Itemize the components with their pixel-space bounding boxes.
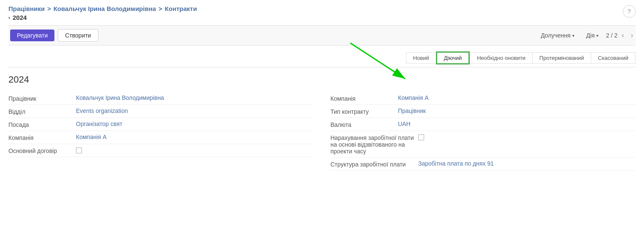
status-needs-update[interactable]: Необхідно оновити bbox=[470, 52, 532, 64]
field-value-currency[interactable]: UAH bbox=[398, 121, 636, 127]
pagination: 2 / 2 ‹ › bbox=[606, 31, 636, 40]
pagination-text: 2 / 2 bbox=[606, 32, 617, 39]
field-value-company-right[interactable]: Компанія А bbox=[398, 94, 636, 101]
status-active[interactable]: Діючий bbox=[436, 51, 470, 64]
action-label: Дія bbox=[586, 32, 595, 39]
prev-page-button[interactable]: ‹ bbox=[619, 31, 626, 40]
attach-label: Долучення bbox=[541, 32, 570, 39]
field-value-employee[interactable]: Ковальчук Ірина Володимирівна bbox=[76, 94, 314, 101]
status-bar: Новий Діючий Необхідно оновити Протермін… bbox=[8, 49, 636, 67]
attach-caret-icon: ▾ bbox=[572, 33, 574, 38]
field-label-contract-type: Тип контракту bbox=[330, 107, 398, 115]
action-caret-icon: ▾ bbox=[596, 33, 598, 38]
field-company-right: Компанія Компанія А bbox=[330, 92, 636, 105]
breadcrumb-person[interactable]: Ковальчук Ірина Володимирівна bbox=[54, 5, 156, 12]
create-button[interactable]: Створити bbox=[58, 29, 98, 42]
field-main-contract: Основний договір bbox=[8, 144, 314, 157]
field-contract-type: Тип контракту Працівник bbox=[330, 105, 636, 118]
action-dropdown[interactable]: Дія ▾ bbox=[582, 29, 603, 41]
field-wage-structure: Структура заробітної плати Заробітна пла… bbox=[330, 158, 636, 171]
field-timesheet-wage: Нарахування заробітної плати на основі в… bbox=[330, 131, 636, 158]
timesheet-wage-checkbox[interactable] bbox=[418, 134, 424, 140]
main-contract-checkbox[interactable] bbox=[76, 147, 82, 153]
field-currency: Валюта UAH bbox=[330, 118, 636, 131]
field-label-position: Посада bbox=[8, 121, 76, 128]
next-page-button[interactable]: › bbox=[628, 31, 636, 40]
year-header[interactable]: › 2024 bbox=[8, 14, 636, 21]
field-label-company-right: Компанія bbox=[330, 94, 398, 102]
field-label-main-contract: Основний договір bbox=[8, 147, 76, 154]
details-grid: Працівник Ковальчук Ірина Володимирівна … bbox=[8, 92, 636, 171]
field-label-currency: Валюта bbox=[330, 121, 398, 128]
field-label-company-left: Компанія bbox=[8, 134, 76, 141]
details-right: Компанія Компанія А Тип контракту Праців… bbox=[330, 92, 636, 171]
year-label: 2024 bbox=[13, 14, 27, 21]
toolbar: Редагувати Створити Долучення ▾ Дія ▾ 2 … bbox=[8, 25, 636, 46]
field-label-employee: Працівник bbox=[8, 94, 76, 102]
field-label-department: Відділ bbox=[8, 107, 76, 115]
breadcrumb: Працівники > Ковальчук Ірина Володимирів… bbox=[8, 5, 636, 12]
status-expired[interactable]: Протермінований bbox=[532, 52, 591, 64]
year-chevron: › bbox=[8, 15, 10, 21]
status-new[interactable]: Новий bbox=[406, 52, 436, 64]
field-label-wage-structure: Структура заробітної плати bbox=[330, 160, 415, 168]
help-button[interactable]: ? bbox=[623, 5, 636, 18]
field-department: Відділ Events organization bbox=[8, 105, 314, 118]
field-value-company-left[interactable]: Компанія А bbox=[76, 134, 314, 140]
attach-dropdown[interactable]: Долучення ▾ bbox=[536, 29, 578, 41]
field-company-left: Компанія Компанія А bbox=[8, 131, 314, 144]
field-position: Посада Організатор свят bbox=[8, 118, 314, 131]
field-employee: Працівник Ковальчук Ірина Володимирівна bbox=[8, 92, 314, 105]
breadcrumb-sep2: > bbox=[159, 5, 162, 12]
field-value-contract-type[interactable]: Працівник bbox=[398, 107, 636, 114]
details-left: Працівник Ковальчук Ірина Володимирівна … bbox=[8, 92, 314, 171]
edit-button[interactable]: Редагувати bbox=[10, 29, 54, 41]
field-value-department[interactable]: Events organization bbox=[76, 107, 314, 114]
section-year: 2024 bbox=[8, 74, 636, 85]
field-value-position[interactable]: Організатор свят bbox=[76, 121, 314, 127]
field-label-timesheet-wage: Нарахування заробітної плати на основі в… bbox=[330, 134, 415, 155]
status-cancelled[interactable]: Скасований bbox=[591, 52, 636, 64]
breadcrumb-contracts: Контракти bbox=[165, 5, 197, 12]
breadcrumb-sep1: > bbox=[47, 5, 51, 12]
breadcrumb-employees[interactable]: Працівники bbox=[8, 5, 45, 12]
field-value-wage-structure[interactable]: Заробітна плата по днях 91 bbox=[418, 160, 636, 167]
